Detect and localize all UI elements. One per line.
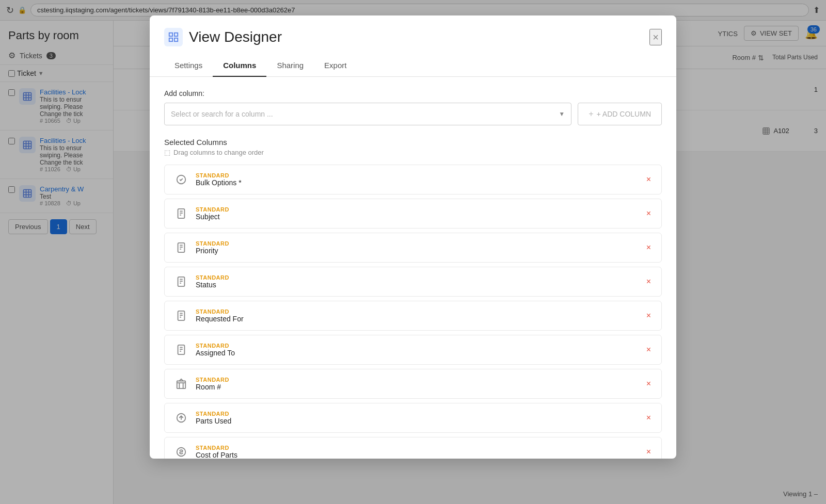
document-icon-status xyxy=(173,273,189,290)
column-item-status: STANDARD Status × xyxy=(164,267,662,297)
remove-bulk-button[interactable]: × xyxy=(644,173,653,186)
modal-close-button[interactable]: × xyxy=(649,29,662,45)
column-item-info-status: STANDARD Status xyxy=(196,274,638,289)
column-item-subject: STANDARD Subject × xyxy=(164,199,662,229)
column-name-assigned: Assigned To xyxy=(196,349,638,357)
document-icon-priority xyxy=(173,239,189,256)
column-item-info-priority: STANDARD Priority xyxy=(196,240,638,255)
remove-assigned-button[interactable]: × xyxy=(644,344,653,356)
upload-circle-icon xyxy=(173,410,189,426)
view-designer-modal: View Designer × Settings Columns Sharing… xyxy=(150,15,676,459)
column-type-status: STANDARD xyxy=(196,274,638,281)
column-name-status: Status xyxy=(196,281,638,289)
svg-rect-21 xyxy=(174,33,178,36)
column-item-assigned-to: STANDARD Assigned To × xyxy=(164,335,662,365)
building-col-icon xyxy=(173,376,189,392)
tab-sharing[interactable]: Sharing xyxy=(266,55,314,77)
column-item-info-bulk: STANDARD Bulk Options * xyxy=(196,172,638,187)
column-type-bulk: STANDARD xyxy=(196,172,638,178)
remove-room-button[interactable]: × xyxy=(644,378,653,390)
modal-tabs: Settings Columns Sharing Export xyxy=(150,55,676,77)
column-name-cost: Cost of Parts xyxy=(196,451,638,459)
modal-body: Add column: Select or search for a colum… xyxy=(150,77,676,459)
column-item-requested-for: STANDARD Requested For × xyxy=(164,301,662,331)
column-name-requested: Requested For xyxy=(196,315,638,323)
svg-rect-20 xyxy=(169,33,172,36)
document-icon-subject xyxy=(173,205,189,222)
remove-cost-button[interactable]: × xyxy=(644,446,653,458)
tab-columns[interactable]: Columns xyxy=(213,55,266,77)
column-type-requested: STANDARD xyxy=(196,308,638,315)
column-item-info-assigned: STANDARD Assigned To xyxy=(196,343,638,357)
selected-columns-title: Selected Columns xyxy=(164,138,662,147)
column-item-priority: STANDARD Priority × xyxy=(164,233,662,263)
column-type-parts: STANDARD xyxy=(196,411,638,417)
svg-rect-22 xyxy=(169,38,172,41)
column-search-placeholder: Select or search for a column ... xyxy=(171,110,273,118)
column-item-info-subject: STANDARD Subject xyxy=(196,206,638,221)
column-item-room: STANDARD Room # × xyxy=(164,369,662,399)
svg-rect-45 xyxy=(177,381,186,389)
column-item-info-cost: STANDARD Cost of Parts xyxy=(196,445,638,459)
column-item-bulk: STANDARD Bulk Options * × xyxy=(164,165,662,194)
check-circle-icon xyxy=(173,171,189,188)
column-item-info-requested: STANDARD Requested For xyxy=(196,308,638,323)
column-name-priority: Priority xyxy=(196,247,638,255)
dollar-circle-icon xyxy=(173,444,189,459)
modal-overlay[interactable]: View Designer × Settings Columns Sharing… xyxy=(0,0,826,504)
drag-icon: ⬚ xyxy=(164,149,170,156)
column-type-assigned: STANDARD xyxy=(196,343,638,349)
document-icon-assigned xyxy=(173,342,189,358)
column-type-subject: STANDARD xyxy=(196,206,638,213)
column-name-subject: Subject xyxy=(196,213,638,221)
svg-rect-23 xyxy=(174,38,178,41)
column-item-info-parts: STANDARD Parts Used xyxy=(196,411,638,425)
column-type-room: STANDARD xyxy=(196,377,638,383)
column-search-select[interactable]: Select or search for a column ... ▼ xyxy=(164,103,571,125)
chevron-down-icon: ▼ xyxy=(559,110,565,118)
column-name-bulk: Bulk Options * xyxy=(196,178,638,187)
modal-title-row: View Designer xyxy=(164,28,282,46)
modal-icon xyxy=(164,28,183,46)
remove-priority-button[interactable]: × xyxy=(644,241,653,254)
column-type-cost: STANDARD xyxy=(196,445,638,451)
remove-requested-button[interactable]: × xyxy=(644,310,653,322)
remove-subject-button[interactable]: × xyxy=(644,207,653,220)
column-name-room: Room # xyxy=(196,383,638,391)
modal-title: View Designer xyxy=(189,29,282,45)
add-column-button[interactable]: + + ADD COLUMN xyxy=(578,103,662,125)
remove-status-button[interactable]: × xyxy=(644,275,653,288)
column-item-parts-used: STANDARD Parts Used × xyxy=(164,403,662,433)
column-type-priority: STANDARD xyxy=(196,240,638,247)
document-icon-requested xyxy=(173,307,189,324)
add-column-label: Add column: xyxy=(164,89,662,97)
drag-hint: ⬚ Drag columns to change order xyxy=(164,149,662,156)
tab-settings[interactable]: Settings xyxy=(164,55,213,77)
plus-icon: + xyxy=(589,109,593,119)
column-item-info-room: STANDARD Room # xyxy=(196,377,638,391)
modal-header: View Designer × xyxy=(150,15,676,46)
tab-export[interactable]: Export xyxy=(314,55,357,77)
column-name-parts: Parts Used xyxy=(196,417,638,425)
remove-parts-button[interactable]: × xyxy=(644,412,653,424)
add-column-row: Select or search for a column ... ▼ + + … xyxy=(164,103,662,125)
column-item-cost: STANDARD Cost of Parts × xyxy=(164,437,662,459)
